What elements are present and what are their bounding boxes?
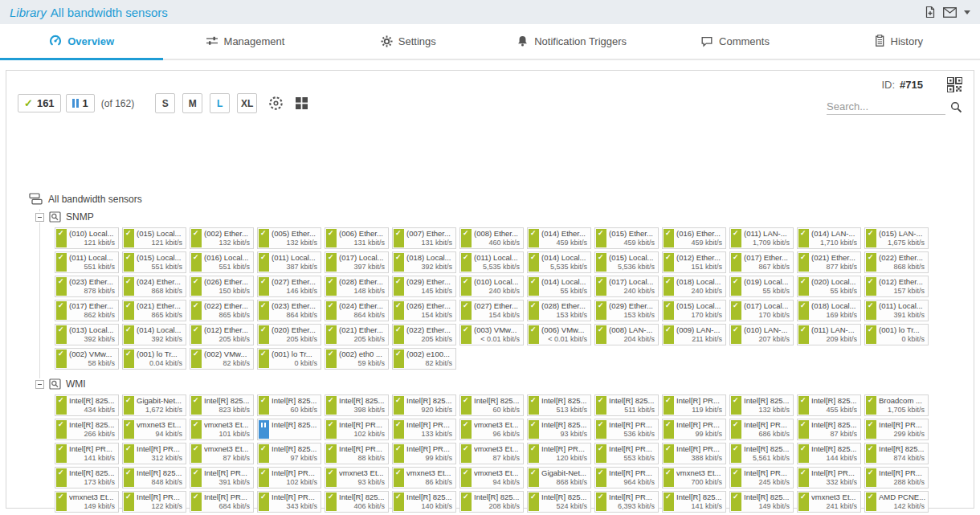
- sensor-tile[interactable]: (015) Local...5,536 kbit/s: [594, 251, 659, 273]
- sensor-tile[interactable]: Intel[R] 825...87 kbit/s: [797, 419, 861, 440]
- sensor-tile[interactable]: Broadcom ...1,705 kbit/s: [864, 394, 929, 416]
- search-icon[interactable]: [950, 101, 962, 113]
- sensor-tile[interactable]: (013) Local...392 kbit/s: [55, 324, 119, 345]
- sensor-tile[interactable]: Intel[R] PR...536 kbit/s: [594, 419, 659, 440]
- sensor-tile[interactable]: (006) Ether...131 kbit/s: [325, 227, 389, 249]
- sensor-tile[interactable]: Intel[R] PR...99 kbit/s: [662, 419, 726, 440]
- sensor-tile[interactable]: (018) Local...240 kbit/s: [662, 276, 726, 297]
- sensor-tile[interactable]: Intel[R] 825...60 kbit/s: [459, 394, 524, 416]
- sensor-tile[interactable]: (016) Local...551 kbit/s: [190, 251, 254, 273]
- sensor-tile[interactable]: Intel[R] PR...120 kbit/s: [527, 443, 591, 464]
- email-icon[interactable]: [943, 7, 957, 18]
- sensor-tile[interactable]: (028) Ether...148 kbit/s: [325, 276, 389, 297]
- sensor-tile[interactable]: (021) Ether...865 kbit/s: [122, 300, 186, 321]
- sensor-tile[interactable]: Intel[R] PR...119 kbit/s: [662, 394, 726, 416]
- sensor-tile[interactable]: (011) Local...551 kbit/s: [55, 251, 119, 273]
- sensor-tile[interactable]: Intel[R] PR...332 kbit/s: [797, 467, 861, 488]
- sensor-tile[interactable]: (015) Ether...459 kbit/s: [594, 227, 659, 249]
- sensor-tile[interactable]: Gigabit-Net...868 kbit/s: [527, 467, 591, 488]
- sensor-tile[interactable]: Intel[R] 825...823 kbit/s: [190, 394, 254, 416]
- tree-root-item[interactable]: All bandwidth sensors: [29, 193, 966, 205]
- sensor-tile[interactable]: Intel[R] 825...132 kbit/s: [729, 394, 794, 416]
- sensor-tile[interactable]: Intel[R] PR...99 kbit/s: [392, 443, 456, 464]
- sensor-tile[interactable]: (005) Ether...132 kbit/s: [257, 227, 321, 249]
- sensor-tile[interactable]: Intel[R] 825...97 kbit/s: [257, 443, 321, 464]
- sensor-tile[interactable]: (012) Ether...151 kbit/s: [662, 251, 726, 273]
- sensor-tile[interactable]: (017) Ether...862 kbit/s: [55, 300, 119, 321]
- sensor-tile[interactable]: (024) Ether...868 kbit/s: [122, 276, 186, 297]
- sensor-tile[interactable]: (015) Local...551 kbit/s: [122, 251, 186, 273]
- sensor-tile[interactable]: vmxnet3 Et...101 kbit/s: [190, 419, 254, 440]
- sensor-tile[interactable]: (014) LAN-...1,710 kbit/s: [797, 227, 861, 249]
- collapse-minus-icon[interactable]: [35, 380, 44, 389]
- sensor-tile[interactable]: (010) LAN-...207 kbit/s: [729, 324, 794, 345]
- sensor-tile[interactable]: (023) Ether...864 kbit/s: [257, 300, 321, 321]
- sensor-tile[interactable]: Intel[R] PR...6,393 kbit/s: [594, 491, 659, 513]
- sensor-tile[interactable]: (002) Ether...132 kbit/s: [190, 227, 254, 249]
- sensor-tile[interactable]: Intel[R] 825...513 kbit/s: [527, 394, 591, 416]
- sensor-tile[interactable]: (002) VMw...58 kbit/s: [55, 348, 119, 370]
- sensor-tile[interactable]: Intel[R] PR...391 kbit/s: [190, 467, 254, 488]
- sensor-tile[interactable]: Intel[R] PR...684 kbit/s: [190, 491, 254, 513]
- sensor-tile[interactable]: Intel[R] 825...: [257, 419, 321, 440]
- sensor-tile[interactable]: (018) Local...169 kbit/s: [797, 300, 861, 321]
- sensor-tile[interactable]: Intel[R] 825...173 kbit/s: [55, 467, 119, 488]
- sensor-tile[interactable]: Intel[R] PR...388 kbit/s: [662, 443, 726, 464]
- sensor-tile[interactable]: (018) Local...392 kbit/s: [392, 251, 456, 273]
- tab-history[interactable]: History: [817, 24, 980, 60]
- size-button-s[interactable]: S: [155, 93, 175, 113]
- sensor-tile[interactable]: (022) Ether...865 kbit/s: [190, 300, 254, 321]
- sensor-tile[interactable]: (002) VMw...82 kbit/s: [190, 348, 254, 370]
- sensor-tile[interactable]: vmxnet3 Et...241 kbit/s: [797, 491, 861, 513]
- qr-code-icon[interactable]: [947, 77, 962, 92]
- sensor-tile[interactable]: vmxnet3 Et...149 kbit/s: [55, 491, 119, 513]
- sensor-tile[interactable]: (001) lo Tr...0 kbit/s: [864, 324, 929, 345]
- tab-notification-triggers[interactable]: Notification Triggers: [490, 24, 653, 60]
- sensor-tile[interactable]: (017) Ether...867 kbit/s: [729, 251, 794, 273]
- sensor-tile[interactable]: Intel[R] PR...133 kbit/s: [392, 419, 456, 440]
- sensor-tile[interactable]: (011) Local...387 kbit/s: [257, 251, 321, 273]
- sensor-tile[interactable]: (008) Ether...460 kbit/s: [459, 227, 524, 249]
- sensor-tile[interactable]: Intel[R] 825...874 kbit/s: [864, 443, 929, 464]
- caret-down-icon[interactable]: [964, 10, 970, 14]
- tab-comments[interactable]: Comments: [653, 24, 816, 60]
- sensor-tile[interactable]: Intel[R] PR...122 kbit/s: [122, 491, 186, 513]
- sensor-tile[interactable]: (014) Ether...459 kbit/s: [527, 227, 591, 249]
- sensor-tile[interactable]: vmxnet3 Et...94 kbit/s: [122, 419, 186, 440]
- search-input[interactable]: [827, 99, 945, 115]
- sensor-tile[interactable]: (017) Local...170 kbit/s: [729, 300, 794, 321]
- sensor-tile[interactable]: Intel[R] PR...102 kbit/s: [257, 467, 321, 488]
- sensor-tile[interactable]: Intel[R] 825...93 kbit/s: [527, 419, 591, 440]
- sensor-tile[interactable]: (008) LAN-...204 kbit/s: [594, 324, 659, 345]
- sensor-tile[interactable]: Intel[R] 825...60 kbit/s: [257, 394, 321, 416]
- sensor-tile[interactable]: (011) Local...391 kbit/s: [864, 300, 929, 321]
- sensor-tile[interactable]: (001) lo Tr...0 kbit/s: [257, 348, 321, 370]
- sensor-tile[interactable]: (014) Local...5,535 kbit/s: [527, 251, 591, 273]
- paused-sensors-badge[interactable]: 1: [66, 94, 95, 112]
- sensor-tile[interactable]: vmxnet3 Et...93 kbit/s: [325, 467, 389, 488]
- sensor-tile[interactable]: vmxnet3 Et...87 kbit/s: [190, 443, 254, 464]
- sensor-tile[interactable]: (022) Ether...868 kbit/s: [864, 251, 929, 273]
- sensor-tile[interactable]: Intel[R] PR...102 kbit/s: [325, 419, 389, 440]
- sensor-tile[interactable]: (012) Ether...157 kbit/s: [864, 276, 929, 297]
- sensor-tile[interactable]: Intel[R] 825...455 kbit/s: [797, 394, 861, 416]
- sensor-tile[interactable]: (002) eth0 ...59 kbit/s: [325, 348, 389, 370]
- sensor-tile[interactable]: (002) e100...82 kbit/s: [392, 348, 456, 370]
- sensor-tile[interactable]: Gigabit-Net...1,672 kbit/s: [122, 394, 186, 416]
- sensor-tile[interactable]: vmxnet3 Et...700 kbit/s: [662, 467, 726, 488]
- sensor-tile[interactable]: (011) Local...5,535 kbit/s: [459, 251, 524, 273]
- sensor-tile[interactable]: (020) Ether...205 kbit/s: [257, 324, 321, 345]
- sensor-tile[interactable]: vmxnet3 Et...86 kbit/s: [392, 467, 456, 488]
- sensor-tile[interactable]: vmxnet3 Et...94 kbit/s: [459, 467, 524, 488]
- sensor-tile[interactable]: Intel[R] 825...406 kbit/s: [325, 491, 389, 513]
- sensor-tile[interactable]: (015) Local...170 kbit/s: [662, 300, 726, 321]
- sensor-tile[interactable]: Intel[R] 825...511 kbit/s: [594, 394, 659, 416]
- sensor-tile[interactable]: (026) Ether...150 kbit/s: [190, 276, 254, 297]
- sensor-tile[interactable]: (022) Ether...205 kbit/s: [392, 324, 456, 345]
- sensor-tile[interactable]: (010) Local...121 kbit/s: [55, 227, 119, 249]
- tab-management[interactable]: Management: [163, 24, 326, 60]
- tab-settings[interactable]: Settings: [327, 24, 490, 60]
- sensor-tile[interactable]: Intel[R] 825...266 kbit/s: [55, 419, 119, 440]
- sensor-tile[interactable]: Intel[R] 825...398 kbit/s: [325, 394, 389, 416]
- sensor-tile[interactable]: Intel[R] PR...88 kbit/s: [325, 443, 389, 464]
